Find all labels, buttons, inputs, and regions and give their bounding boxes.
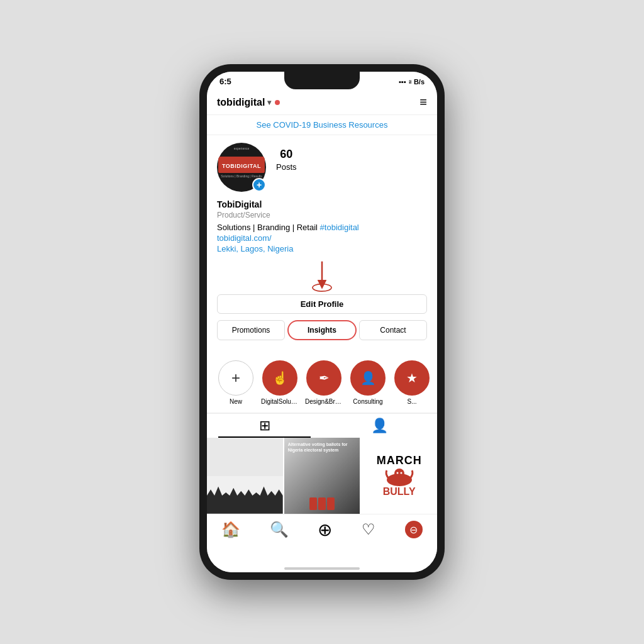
avatar-logo: TOBIDIGITAL xyxy=(218,157,265,173)
speaker-icon: 👤 xyxy=(360,370,376,386)
figure-3 xyxy=(327,497,335,510)
heart-nav-icon[interactable]: ♡ xyxy=(362,521,375,538)
avatar-brand-text: TOBIDIGITAL xyxy=(222,163,261,169)
content-tab-bar: ⊞ 👤 xyxy=(207,413,437,438)
story-circle-s: ★ xyxy=(394,360,430,396)
stories-row: + New ☝ DigitalSoluti... ✒ Design&Bra xyxy=(207,355,437,413)
figure-1 xyxy=(309,497,317,510)
posts-stat: 60 Posts xyxy=(276,148,297,172)
app-content: tobidigital ▾ ≡ See COVID-19 Business Re… xyxy=(207,89,437,564)
bio-text: Solutions | Branding | Retail xyxy=(217,223,318,232)
grid-cell-2[interactable]: Alternative voting ballots for Nigeria e… xyxy=(284,438,360,514)
status-time: 6:5 xyxy=(219,77,231,86)
bottom-nav: 🏠 🔍 ⊕ ♡ ⊖ xyxy=(207,514,437,543)
contact-button[interactable]: Contact xyxy=(359,320,427,340)
grid-icon: ⊞ xyxy=(259,418,270,434)
ig-header: tobidigital ▾ ≡ xyxy=(207,89,437,115)
username-display[interactable]: tobidigital ▾ xyxy=(217,97,280,108)
svg-point-5 xyxy=(396,472,398,474)
story-label-digitalsolutions: DigitalSoluti... xyxy=(261,398,299,405)
signal-icon: ▪▪▪ xyxy=(399,78,406,86)
profile-category: Product/Service xyxy=(217,211,427,219)
profile-location: Lekki, Lagos, Nigeria xyxy=(217,244,293,253)
story-circle-design: ✒ xyxy=(306,360,341,396)
story-item-s[interactable]: ★ S... xyxy=(393,360,431,405)
voting-text: Alternative voting ballots for Nigeria e… xyxy=(288,441,357,453)
phone-screen: 6:5 ▪▪▪ ᵢₗ B/s tobidigital ▾ ≡ See COVID… xyxy=(207,72,437,572)
story-label-new: New xyxy=(230,398,242,405)
avatar-exp-text: experience xyxy=(234,147,249,150)
grid-cell-3[interactable]: MARCH BULLY xyxy=(361,438,437,514)
wifi-icon: ᵢₗ xyxy=(409,77,411,86)
profile-top: experience TOBIDIGITAL Solutions | Brand… xyxy=(217,143,427,192)
plus-icon: + xyxy=(231,369,240,387)
action-buttons: Edit Profile xyxy=(217,294,427,314)
battery-icon: B/s xyxy=(414,78,425,86)
bull-icon xyxy=(384,467,415,486)
arrow-annotation xyxy=(217,260,427,292)
edit-profile-button[interactable]: Edit Profile xyxy=(217,294,427,314)
add-nav-icon[interactable]: ⊕ xyxy=(318,519,332,540)
story-item-consulting[interactable]: 👤 Consulting xyxy=(349,360,387,405)
chevron-down-icon: ▾ xyxy=(267,98,271,107)
stats-wrap: 60 Posts xyxy=(276,143,297,172)
profile-section: experience TOBIDIGITAL Solutions | Brand… xyxy=(207,135,437,355)
new-story-circle: + xyxy=(218,360,253,396)
home-nav-icon[interactable]: 🏠 xyxy=(221,521,240,538)
add-story-button[interactable]: + xyxy=(252,178,266,192)
home-bar xyxy=(284,567,360,570)
pen-icon: ✒ xyxy=(319,370,330,386)
status-icons: ▪▪▪ ᵢₗ B/s xyxy=(399,77,425,86)
story-item-digitalsolutions[interactable]: ☝ DigitalSoluti... xyxy=(261,360,299,405)
story-item-design[interactable]: ✒ Design&Bran... xyxy=(305,360,343,405)
story-circle-consulting: 👤 xyxy=(350,360,386,396)
down-arrow-icon xyxy=(306,260,338,292)
promotions-button[interactable]: Promotions xyxy=(217,320,285,340)
insights-button[interactable]: Insights xyxy=(287,320,357,340)
grid-cell-1[interactable] xyxy=(207,438,283,514)
avatar-sub-text: Solutions | Branding | Results xyxy=(221,174,262,178)
profile-name: TobiDigital xyxy=(217,199,427,209)
grid-tab[interactable]: ⊞ xyxy=(207,414,322,438)
covid-banner[interactable]: See COVID-19 Business Resources xyxy=(207,115,437,135)
phone-frame: 6:5 ▪▪▪ ᵢₗ B/s tobidigital ▾ ≡ See COVID… xyxy=(199,64,445,580)
svg-point-2 xyxy=(313,284,331,292)
notch xyxy=(284,72,360,89)
search-nav-icon[interactable]: 🔍 xyxy=(270,521,289,538)
posts-label: Posts xyxy=(276,162,297,172)
avatar-wrap: experience TOBIDIGITAL Solutions | Brand… xyxy=(217,143,266,192)
photo-grid: Alternative voting ballots for Nigeria e… xyxy=(207,438,437,514)
story-label-design: Design&Bran... xyxy=(305,398,343,405)
tagged-tab[interactable]: 👤 xyxy=(322,414,437,438)
home-indicator xyxy=(207,564,437,572)
story-circle-digitalsolutions: ☝ xyxy=(262,360,297,396)
svg-point-4 xyxy=(394,469,404,479)
action-row: Promotions Insights Contact xyxy=(217,320,427,340)
hamburger-menu-icon[interactable]: ≡ xyxy=(419,95,427,109)
touch-icon: ☝ xyxy=(272,370,288,386)
figure-2 xyxy=(318,497,326,510)
bio-hashtag[interactable]: #tobidigital xyxy=(320,223,359,232)
svg-point-6 xyxy=(400,472,402,474)
profile-info: TobiDigital Product/Service Solutions | … xyxy=(217,199,427,254)
profile-website[interactable]: tobidigital.com/ xyxy=(217,233,427,243)
tagged-icon: 👤 xyxy=(371,418,388,434)
online-indicator xyxy=(275,100,280,105)
bully-text: BULLY xyxy=(383,486,416,497)
city-image xyxy=(207,438,283,514)
username-text: tobidigital xyxy=(217,97,265,108)
story-item-new[interactable]: + New xyxy=(217,360,255,405)
star-icon: ★ xyxy=(406,370,418,386)
profile-bio: Solutions | Branding | Retail #tobidigit… xyxy=(217,222,427,233)
story-label-s: S... xyxy=(407,398,416,405)
voting-figures xyxy=(288,497,357,510)
story-label-consulting: Consulting xyxy=(353,398,382,405)
march-text: MARCH xyxy=(377,454,422,467)
posts-count: 60 xyxy=(276,148,297,161)
profile-nav-icon[interactable]: ⊖ xyxy=(405,521,423,538)
